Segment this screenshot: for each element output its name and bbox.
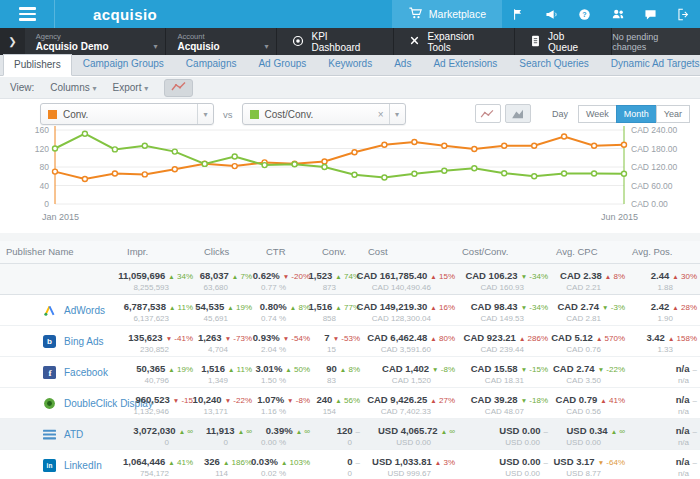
vs-label: vs (223, 109, 233, 120)
metric-1-value: Conv. (63, 109, 197, 120)
publisher-link[interactable]: Facebook (64, 367, 108, 378)
atd-icon (42, 427, 56, 441)
metric-cell: 1,263▼ -73%4,704 (198, 330, 252, 355)
metric-cell: 6,787,538▲ 11%6,137,623 (124, 299, 193, 324)
tab-keywords[interactable]: Keywords (317, 53, 383, 75)
publisher-cell: DoubleClick Display (0, 388, 153, 418)
agency-selector[interactable]: Agency Acquisio Demo▾ (25, 28, 167, 55)
metric-cell: 3,072,030▲ ∞0 (133, 423, 193, 448)
chevron-down-icon[interactable]: ▾ (389, 104, 405, 124)
column-header-impr-[interactable]: Impr. (127, 246, 148, 257)
remove-metric-icon[interactable]: × (373, 109, 389, 120)
publisher-cell: fFacebook (0, 357, 108, 387)
metric-1-select[interactable]: Conv. ▾ (40, 103, 214, 125)
metric-cell: 2.42▲ 28%1.90 (651, 299, 697, 324)
job-queue-label: Job Queue (548, 31, 596, 53)
range-day-button[interactable]: Day (544, 105, 576, 123)
line-chart-type-button[interactable] (475, 104, 501, 123)
account-selector[interactable]: Account Acquisio▾ (166, 28, 277, 55)
column-header-publisher-name[interactable]: Publisher Name (6, 246, 74, 257)
svg-text:Jun 2015: Jun 2015 (601, 212, 638, 222)
table-gap (0, 233, 700, 241)
metric-cell: CAD 2.38▲ 8%CAD 2.21 (560, 268, 625, 293)
tab-dynamic-ad-targets[interactable]: Dynamic Ad Targets (600, 53, 700, 75)
tab-ad-groups[interactable]: Ad Groups (247, 53, 317, 75)
range-year-button[interactable]: Year (656, 105, 690, 123)
metric-cell: CAD 2.74▼ -3%CAD 2.81 (557, 299, 625, 324)
svg-text:CAD 240.00: CAD 240.00 (631, 125, 678, 135)
metric-cell: n/a–n/a (676, 423, 697, 448)
metric-cell: 68,037▲ 7%63,680 (200, 268, 252, 293)
column-header-avg-cpc[interactable]: Avg. CPC (556, 246, 598, 257)
metric-cell: 1,516▲ 77%858 (309, 299, 360, 324)
area-chart-type-button[interactable] (505, 104, 531, 123)
kpi-dashboard-button[interactable]: KPI Dashboard (277, 28, 394, 55)
svg-text:Jan 2015: Jan 2015 (42, 212, 79, 222)
users-icon[interactable] (601, 0, 634, 28)
marketplace-button[interactable]: Marketplace (392, 0, 502, 28)
tab-ads[interactable]: Ads (383, 53, 422, 75)
publisher-cell: inLinkedIn (0, 450, 102, 479)
metric-cell: 240▲ 56%154 (316, 392, 360, 417)
column-header-cost-conv-[interactable]: Cost/Conv. (462, 246, 508, 257)
publisher-link[interactable]: Bing Ads (64, 336, 103, 347)
column-header-clicks[interactable]: Clicks (204, 246, 229, 257)
publisher-link[interactable]: LinkedIn (64, 460, 102, 471)
tab-search-queries[interactable]: Search Queries (508, 53, 599, 75)
context-bar: ❯ Agency Acquisio Demo▾ Account Acquisio… (0, 28, 700, 55)
trend-chart[interactable]: 04080120160CAD 0.00CAD 60.00CAD 120.00CA… (0, 124, 700, 233)
trend-chart-panel: Conv. ▾ vs Cost/Conv. × ▾ DayWeekMonthYe… (0, 99, 700, 233)
column-header-ctr[interactable]: CTR (266, 246, 286, 257)
metric-cell: 7▼ -53%15 (324, 330, 360, 355)
toggle-chart-button[interactable] (164, 79, 193, 97)
document-icon (530, 35, 541, 49)
metric-cell: CAD 39.28▼ -18%CAD 48.07 (471, 392, 548, 417)
cart-icon (408, 6, 422, 22)
metric-cell: CAD 923.21▲ 286%CAD 239.44 (464, 330, 548, 355)
account-value: Acquisio (177, 41, 219, 52)
metric-cell: 1,064,446▲ 41%754,172 (123, 454, 193, 479)
tab-bar: PublishersCampaign GroupsCampaignsAd Gro… (0, 55, 700, 76)
publisher-cell: bBing Ads (0, 326, 103, 356)
flag-icon[interactable] (502, 0, 535, 28)
range-week-button[interactable]: Week (578, 105, 617, 123)
chat-icon[interactable] (634, 0, 667, 28)
series-color-swatch (48, 110, 57, 119)
sign-out-icon[interactable] (667, 0, 700, 28)
view-label: View: (10, 82, 34, 93)
expand-chevron-icon[interactable]: ❯ (0, 28, 25, 55)
chevron-down-icon: ▾ (248, 41, 268, 52)
acquisio-app: acquisio Marketplace ? ❯ Agency Acquisio… (0, 0, 700, 479)
columns-dropdown[interactable]: Columns ▾ (50, 82, 96, 93)
help-icon[interactable]: ? (568, 0, 601, 28)
svg-text:b: b (47, 337, 52, 346)
column-header-cost[interactable]: Cost (368, 246, 388, 257)
tab-ad-extensions[interactable]: Ad Extensions (422, 53, 508, 75)
job-queue-button[interactable]: Job Queue (515, 28, 612, 55)
metric-2-select[interactable]: Cost/Conv. × ▾ (242, 103, 406, 125)
svg-text:120: 120 (35, 144, 49, 154)
hamburger-menu-icon[interactable] (0, 0, 55, 28)
metric-cell: 10,240▼ -22%13,171 (193, 392, 252, 417)
column-header-avg-pos-[interactable]: Avg. Pos. (632, 246, 673, 257)
publisher-link[interactable]: AdWords (64, 305, 105, 316)
tab-publishers[interactable]: Publishers (3, 54, 72, 76)
range-month-button[interactable]: Month (616, 105, 657, 123)
tab-campaign-groups[interactable]: Campaign Groups (72, 53, 175, 75)
publisher-link[interactable]: ATD (64, 429, 83, 440)
export-dropdown[interactable]: Export ▾ (113, 82, 149, 93)
metric-selectors: Conv. ▾ vs Cost/Conv. × ▾ (40, 103, 406, 125)
megaphone-icon[interactable] (535, 0, 568, 28)
metric-cell: CAD 161,785.40▲ 15%CAD 140,490.46 (357, 268, 455, 293)
expansion-tools-button[interactable]: Expansion Tools (394, 28, 515, 55)
metric-cell: CAD 6,462.48▲ 80%CAD 3,591.60 (367, 330, 455, 355)
metric-cell: 135,623▼ -41%230,852 (128, 330, 193, 355)
tab-campaigns[interactable]: Campaigns (175, 53, 248, 75)
table-row: bBing Ads135,623▼ -41%230,8521,263▼ -73%… (0, 326, 700, 357)
table-row: fFacebook50,365▲ 19%40,7961,516▲ 11%1,34… (0, 357, 700, 388)
column-header-conv-[interactable]: Conv. (322, 246, 346, 257)
bing-icon: b (42, 334, 56, 348)
publisher-table-body: 11,059,696▲ 34%8,255,59368,037▲ 7%63,680… (0, 264, 700, 479)
chevron-down-icon[interactable]: ▾ (197, 104, 213, 124)
line-chart-icon (171, 81, 187, 94)
